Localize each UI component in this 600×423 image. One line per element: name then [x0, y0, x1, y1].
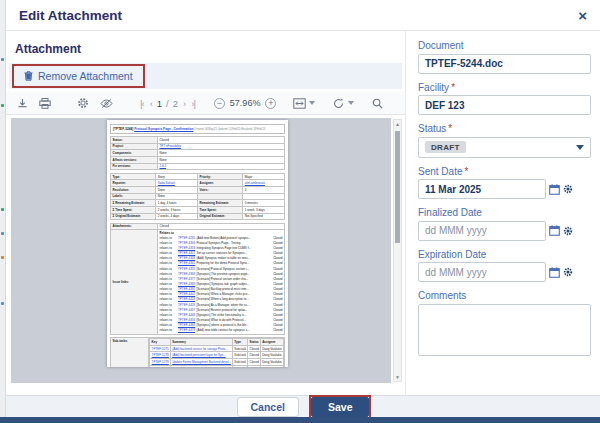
annotation-settings-icon[interactable] — [76, 96, 90, 110]
status-select[interactable]: DRAFT — [418, 137, 591, 158]
facility-field[interactable]: DEF 123 — [418, 95, 591, 115]
pdf-link-summary: Protocol Synopsis Page - Testing — [196, 241, 269, 245]
zoom-out-button[interactable]: − — [214, 98, 225, 109]
pdf-issue-key: [TPTEF-5244] — [113, 127, 133, 131]
pdf-link-key[interactable]: TPTEF-4426 — [178, 303, 195, 307]
pdf-link-relation: relates to — [159, 256, 176, 260]
document-field[interactable]: TPTEF-5244.doc — [418, 54, 591, 74]
pdf-link-relation: relates to — [159, 292, 176, 296]
pdf-subtask-row: TPTEF-5283Create Protocol Synopsis (Pdf)… — [150, 365, 284, 367]
pdf-subtask-type: Sub-task — [233, 345, 248, 352]
pdf-subtask-summary[interactable]: Update Forms Managment Backend devel... — [170, 359, 232, 366]
search-icon[interactable] — [370, 96, 384, 110]
pdf-link-key[interactable]: TPTEF-4437 — [178, 308, 195, 312]
pdf-link-key[interactable]: TPTEF-4468 — [178, 323, 195, 327]
next-page-button[interactable]: › — [180, 98, 188, 109]
comments-textarea[interactable] — [418, 304, 591, 356]
pdf-detail-cell: Story — [156, 173, 198, 180]
calendar-icon[interactable] — [549, 267, 560, 278]
pdf-field-value: None — [157, 156, 284, 163]
pdf-link-status: Closed — [271, 251, 283, 255]
print-icon[interactable] — [38, 96, 52, 110]
close-icon[interactable]: × — [578, 8, 587, 23]
pdf-field-value[interactable]: 2.6.2 — [157, 163, 284, 170]
last-page-button[interactable]: ›| — [188, 98, 198, 109]
pdf-link-key[interactable]: TPTEF-4377 — [178, 277, 195, 281]
scrollbar-thumb[interactable] — [395, 131, 400, 243]
pdf-link-key[interactable]: TPTEF-4295 — [178, 236, 195, 240]
calendar-icon[interactable] — [549, 225, 560, 236]
pdf-detail-cell[interactable]: alim.ambrosiak — [243, 180, 285, 187]
pdf-link-key[interactable]: TPTEF-4418 — [178, 297, 195, 301]
pdf-link-status: Closed — [271, 267, 283, 271]
pdf-link-key[interactable]: TPTEF-4478 — [178, 328, 195, 332]
pdf-detail-cell: 2 weeks, 4 days — [156, 213, 198, 220]
pdf-link-key[interactable]: TPTEF-4339 — [178, 256, 195, 260]
date-settings-gear-icon[interactable] — [563, 184, 573, 194]
expiration-date-label: Expiration Date — [418, 249, 591, 260]
expiration-date-field[interactable]: dd MMM yyyy — [418, 262, 546, 282]
pdf-subtask-key[interactable]: TPTEF-5283 — [150, 365, 171, 367]
rotate-options-caret-icon[interactable] — [348, 101, 354, 105]
pdf-viewer-toolbar: |‹ ‹ 1 / 2 › ›| − 57.96% + — [6, 92, 405, 115]
pdf-issue-link-row: relates toTPTEF-4478(Add) new table cont… — [159, 328, 282, 333]
pdf-link-key[interactable]: TPTEF-4318 — [178, 246, 195, 250]
pdf-subtasks-table: Sub-tasks:KeySummaryTypeStatusAssigneeTP… — [110, 337, 285, 367]
pdf-detail-cell[interactable]: Saba Sahani — [156, 180, 198, 187]
previous-page-button[interactable]: ‹ — [147, 98, 155, 109]
current-page-value[interactable]: 1 — [155, 98, 164, 109]
rotate-icon[interactable] — [331, 96, 345, 110]
pdf-subtask-key[interactable]: TPTEF-5271 — [150, 345, 171, 352]
finalized-date-field[interactable]: dd MMM yyyy — [418, 221, 546, 241]
pdf-subtasks-header: Key — [150, 339, 171, 346]
pdf-issue-link-row: relates toTPTEF-4448[Synopsis] The strik… — [159, 312, 282, 317]
pdf-link-key[interactable]: TPTEF-4395 — [178, 287, 195, 291]
hide-annotations-icon[interactable] — [99, 96, 113, 110]
pdf-link-key[interactable]: TPTEF-4448 — [178, 313, 195, 317]
pdf-issue-link-row: relates toTPTEF-4418[Scenario] When a lo… — [159, 297, 282, 302]
fit-width-icon[interactable] — [292, 96, 306, 110]
pdf-link-summary: [Scenario] Protocol section order cha... — [196, 277, 269, 281]
facility-value: DEF 123 — [425, 100, 464, 111]
cancel-button[interactable]: Cancel — [237, 397, 299, 417]
pdf-subtask-summary[interactable]: (Add) backend service for storage Proto.… — [170, 345, 232, 352]
date-settings-gear-icon[interactable] — [563, 267, 573, 277]
download-icon[interactable] — [15, 96, 29, 110]
pdf-link-status: Closed — [271, 328, 283, 332]
pdf-subtask-key[interactable]: TPTEF-5279 — [150, 359, 171, 366]
pdf-link-key[interactable]: TPTEF-4306 — [178, 241, 195, 245]
pdf-field-value[interactable]: TPT eFeasibility — [157, 143, 284, 150]
remove-attachment-button[interactable]: Remove Attachment — [14, 66, 143, 86]
pdf-link-summary: Integrating Synopsis Page into CDMS f... — [196, 246, 269, 250]
pdf-subtask-summary[interactable]: (Add) backend persistent layer for Syn..… — [170, 352, 232, 359]
scroll-up-icon[interactable]: ▲ — [394, 121, 401, 127]
pdf-link-status: Closed — [271, 303, 283, 307]
pdf-link-key[interactable]: TPTEF-4402 — [178, 292, 195, 296]
pdf-subtask-assignee: Doug Vasilakis — [261, 352, 284, 359]
scroll-down-icon[interactable]: ▼ — [394, 374, 401, 380]
date-settings-gear-icon[interactable] — [563, 226, 573, 236]
pdf-subtask-summary[interactable]: Create Protocol Synopsis (Pdf) Genera... — [170, 365, 232, 367]
first-page-button[interactable]: |‹ — [137, 98, 147, 109]
zoom-in-button[interactable]: + — [265, 98, 276, 109]
modal-body: Attachment Remove Attachment — [6, 31, 600, 395]
pdf-link-key[interactable]: TPTEF-4342 — [178, 261, 195, 265]
pdf-link-key[interactable]: TPTEF-4355 — [178, 267, 195, 271]
pdf-link-key[interactable]: TPTEF-4368 — [178, 272, 195, 276]
pdf-subtask-assignee: Doug Vasilakis — [261, 359, 284, 366]
pdf-link-key[interactable]: TPTEF-4389 — [178, 282, 195, 286]
pdf-issue-title-link[interactable]: Protocol Synopsis Page - Confirmation — [134, 127, 193, 131]
fit-options-caret-icon[interactable] — [309, 101, 315, 105]
pdf-subtask-key[interactable]: TPTEF-5278 — [150, 352, 171, 359]
pdf-link-key[interactable]: TPTEF-4327 — [178, 251, 195, 255]
pdf-link-summary: [Scenario] Backlog protocol must rem... — [196, 287, 269, 291]
pdf-issue-link-row: relates toTPTEF-4468[Synopsis] where a p… — [159, 323, 282, 328]
calendar-icon[interactable] — [549, 184, 560, 195]
save-button[interactable]: Save — [311, 397, 370, 417]
pdf-link-key[interactable]: TPTEF-4456 — [178, 318, 195, 322]
pdf-link-status: Closed — [271, 318, 283, 322]
sent-date-label: Sent Date* — [418, 166, 591, 177]
sent-date-field[interactable]: 11 Mar 2025 — [418, 179, 546, 199]
viewer-scrollbar[interactable]: ▲ ▼ — [393, 119, 402, 382]
pdf-detail-cell: Resolution: — [111, 186, 156, 193]
